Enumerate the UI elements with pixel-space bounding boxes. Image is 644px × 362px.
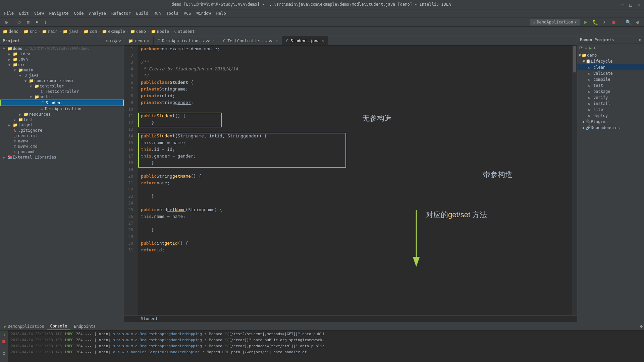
tree-item-resources[interactable]: ▶ 📁 resources bbox=[0, 112, 124, 117]
toolbar-sync-icon[interactable]: ⟳ bbox=[16, 18, 23, 26]
code-content[interactable]: package com.example.demo.modle; /** * Cr… bbox=[138, 46, 577, 315]
maximize-button[interactable]: □ bbox=[628, 2, 633, 7]
maven-compile-item[interactable]: ⚙ compile bbox=[577, 76, 644, 82]
tab-testcontroller[interactable]: C TestController.java ✕ bbox=[219, 36, 282, 45]
maven-package-item[interactable]: ⚙ package bbox=[577, 88, 644, 95]
tab-demo-close[interactable]: ✕ bbox=[147, 39, 149, 43]
maven-test-item[interactable]: ⚙ test bbox=[577, 82, 644, 88]
code-editor[interactable]: 1 2 3 4 5 6 7 8 9 10 11 12 13 14 15 16 1… bbox=[124, 46, 577, 315]
maven-download-icon[interactable]: ⬇ bbox=[585, 45, 587, 51]
maven-tree-demo[interactable]: ▼ 📁 demo bbox=[577, 52, 644, 58]
menu-view[interactable]: View bbox=[32, 9, 47, 17]
console-settings-icon[interactable]: ⚙ bbox=[640, 324, 643, 329]
sidebar-collapse-icon[interactable]: ⊖ bbox=[110, 38, 113, 44]
sidebar-expand-icon[interactable]: ⊕ bbox=[106, 38, 108, 44]
breadcrumb-demo2[interactable]: 📁 demo bbox=[130, 29, 146, 34]
toolbar-search-icon[interactable]: 🔍 bbox=[625, 18, 632, 26]
maven-run-icon[interactable]: ▶ bbox=[589, 45, 591, 51]
menu-tools[interactable]: Tools bbox=[164, 9, 181, 17]
menu-refactor[interactable]: Refactor bbox=[109, 9, 133, 17]
tree-item-idea[interactable]: ▶ 📁 .idea bbox=[0, 51, 124, 57]
console-stop-icon[interactable]: ■ bbox=[2, 339, 5, 344]
menu-code[interactable]: Code bbox=[71, 9, 87, 17]
close-button[interactable]: ✕ bbox=[636, 2, 641, 7]
tab-demo[interactable]: 📁 demo ✕ bbox=[124, 36, 154, 45]
maven-plugins-item[interactable]: ▶ 🔌 Plugins bbox=[577, 119, 644, 125]
maven-deploy-item[interactable]: ⚙ deploy bbox=[577, 113, 644, 119]
breadcrumb-src[interactable]: 📁 src bbox=[23, 29, 37, 34]
breadcrumb-example[interactable]: 📁 example bbox=[102, 29, 125, 34]
console-tab[interactable]: Console bbox=[47, 322, 71, 330]
menu-vcs[interactable]: VCS bbox=[181, 9, 194, 17]
menu-analyze[interactable]: Analyze bbox=[86, 9, 109, 17]
run-app-label[interactable]: DemoApplication bbox=[8, 324, 44, 329]
maven-verify-item[interactable]: ⚙ verify bbox=[577, 95, 644, 101]
toolbar-settings-icon[interactable]: ⚙ bbox=[3, 18, 10, 26]
tree-item-src[interactable]: ▼ 📁 src bbox=[0, 62, 124, 67]
tree-item-external[interactable]: ▶ 📚 External Libraries bbox=[0, 155, 124, 160]
tab-tc-close[interactable]: ✕ bbox=[275, 39, 278, 43]
sidebar-settings-icon[interactable]: ⚙ bbox=[114, 38, 117, 44]
tree-item-target[interactable]: ▶ 📁 target bbox=[0, 122, 124, 128]
console-print-icon[interactable]: 🖨 bbox=[2, 351, 6, 355]
tree-item-pomxml[interactable]: m pom.xml bbox=[0, 149, 124, 155]
menu-navigate[interactable]: Navigate bbox=[47, 9, 71, 17]
menu-window[interactable]: Window bbox=[194, 9, 213, 17]
run-config-selector[interactable]: ☕ DemoApplication ▾ bbox=[530, 19, 580, 25]
tree-item-java[interactable]: ▼ J java bbox=[0, 73, 124, 78]
tab-demoapplication[interactable]: C DemoApplication.java ✕ bbox=[154, 36, 219, 45]
tree-item-gitignore[interactable]: G .gitignore bbox=[0, 128, 124, 133]
maven-validate-item[interactable]: ⚙ validate bbox=[577, 70, 644, 76]
breadcrumb-com[interactable]: 📁 com bbox=[84, 29, 97, 34]
menu-build[interactable]: Build bbox=[133, 9, 151, 17]
minimize-button[interactable]: ─ bbox=[620, 2, 625, 7]
maven-install-item[interactable]: ⚙ install bbox=[577, 101, 644, 107]
menu-file[interactable]: File bbox=[1, 9, 16, 17]
menu-run[interactable]: Run bbox=[151, 9, 164, 17]
menu-help[interactable]: Help bbox=[214, 9, 229, 17]
tab-student[interactable]: C Student.java ✕ bbox=[282, 36, 328, 45]
tab-s-close[interactable]: ✕ bbox=[322, 39, 324, 43]
tree-item-controller[interactable]: ▼ 📁 controller bbox=[0, 83, 124, 89]
console-scroll-icon[interactable]: ↓ bbox=[3, 345, 5, 350]
toolbar-expand-icon[interactable]: ↕ bbox=[42, 18, 49, 26]
maven-lifecycle-item[interactable]: ▼ 📋 Lifecycle bbox=[577, 58, 644, 64]
tab-da-close[interactable]: ✕ bbox=[212, 39, 215, 43]
toolbar-gear-icon[interactable]: ⚙ bbox=[634, 18, 641, 26]
tree-item-mvn[interactable]: ▶ 📁 .mvn bbox=[0, 57, 124, 62]
maven-add-icon[interactable]: + bbox=[593, 45, 596, 51]
maven-clean-item[interactable]: ⚙ clean bbox=[577, 64, 644, 70]
tree-item-demo-root[interactable]: ▼ 📁 demo E:\E盘文档\资源\Study\JAVA\demo bbox=[0, 46, 124, 51]
debug-button[interactable]: 🐛 bbox=[591, 18, 599, 26]
tree-item-mvnw[interactable]: m mvnw bbox=[0, 138, 124, 144]
maven-dependencies-item[interactable]: ▶ 🔗 Dependencies bbox=[577, 125, 644, 131]
maven-refresh-icon[interactable]: ⟳ bbox=[579, 45, 583, 51]
tree-item-test[interactable]: ▶ 📁 test bbox=[0, 117, 124, 122]
maven-settings-icon[interactable]: ⚙ bbox=[639, 38, 641, 42]
stop-button[interactable]: ■ bbox=[610, 18, 618, 26]
editor-scrollbar[interactable] bbox=[572, 46, 577, 315]
maven-site-item[interactable]: ⚙ site bbox=[577, 107, 644, 113]
tree-item-modle[interactable]: ▼ 📁 modle bbox=[0, 94, 124, 100]
sidebar-close-icon[interactable]: ✕ bbox=[118, 38, 121, 44]
coverage-button[interactable]: ⚡ bbox=[601, 18, 608, 26]
tree-item-demoixml[interactable]: □ demo.iml bbox=[0, 133, 124, 138]
breadcrumb-modle[interactable]: 📁 modle bbox=[151, 29, 169, 34]
breadcrumb-java[interactable]: 📁 java bbox=[63, 29, 78, 34]
tree-item-demoapplication[interactable]: ☕ DemoApplication bbox=[0, 106, 124, 112]
breadcrumb-main[interactable]: 📁 main bbox=[42, 29, 58, 34]
breadcrumb-demo[interactable]: 📁 demo bbox=[3, 29, 18, 34]
editor-scroll-thumb[interactable] bbox=[573, 46, 576, 72]
toolbar-structure-icon[interactable]: ≡ bbox=[24, 18, 32, 26]
breadcrumb-student[interactable]: C Student bbox=[174, 29, 195, 34]
endpoints-tab[interactable]: Endpoints bbox=[70, 322, 99, 330]
tree-item-main[interactable]: ▼ 📁 main bbox=[0, 67, 124, 73]
tree-item-com[interactable]: ▼ 📁 com.example.demo bbox=[0, 78, 124, 83]
run-button[interactable]: ▶ bbox=[582, 18, 589, 26]
toolbar-bookmark-icon[interactable]: ♦ bbox=[33, 18, 41, 26]
menu-edit[interactable]: Edit bbox=[16, 9, 32, 17]
console-restart-icon[interactable]: ↺ bbox=[2, 332, 5, 337]
tree-item-testcontroller[interactable]: C TestController bbox=[0, 89, 124, 94]
tree-item-student[interactable]: C Student bbox=[0, 100, 124, 106]
tree-item-mvnwcmd[interactable]: m mvnw.cmd bbox=[0, 144, 124, 149]
